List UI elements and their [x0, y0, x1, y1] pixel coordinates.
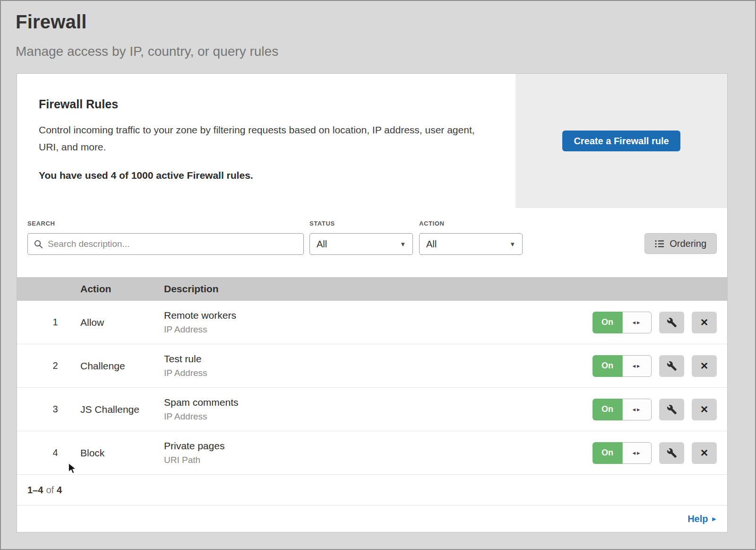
- status-label: STATUS: [309, 220, 413, 227]
- action-select-value: All: [426, 239, 437, 250]
- close-icon: ✕: [700, 317, 709, 328]
- chevron-down-icon: ▼: [400, 241, 406, 248]
- ordering-button-label: Ordering: [670, 238, 706, 249]
- toggle-on-label: On: [593, 355, 622, 377]
- rule-priority: 1: [17, 317, 80, 328]
- toggle-on-label: On: [593, 399, 622, 420]
- overview-action-panel: Create a Firewall rule: [515, 74, 727, 208]
- rule-enabled-toggle[interactable]: On ◂▸: [593, 312, 652, 333]
- rule-description-cell: Spam comments IP Address: [164, 397, 593, 422]
- card-footer: Help ▸: [17, 506, 727, 532]
- edit-rule-button[interactable]: [659, 312, 684, 333]
- table-row: 1 Allow Remote workers IP Address On ◂▸ …: [17, 301, 727, 344]
- edit-rule-button[interactable]: [659, 442, 684, 464]
- rule-priority: 3: [17, 404, 80, 415]
- delete-rule-button[interactable]: ✕: [692, 442, 717, 464]
- wrench-icon: [667, 404, 677, 415]
- close-icon: ✕: [700, 447, 709, 459]
- rule-priority: 4: [17, 447, 80, 458]
- rule-match-type: URI Path: [164, 455, 593, 465]
- wrench-icon: [667, 317, 677, 328]
- chevron-right-icon: ▸: [712, 515, 716, 523]
- search-label: SEARCH: [27, 220, 304, 227]
- delete-rule-button[interactable]: ✕: [692, 399, 717, 420]
- rule-controls: On ◂▸ ✕: [593, 355, 717, 377]
- overview-usage-note: You have used 4 of 1000 active Firewall …: [39, 170, 487, 181]
- table-header: Action Description: [17, 277, 727, 301]
- action-filter-group: ACTION All ▼: [419, 220, 523, 255]
- rule-controls: On ◂▸ ✕: [593, 399, 717, 420]
- status-filter-group: STATUS All ▼: [309, 220, 413, 255]
- help-link-label: Help: [687, 514, 708, 524]
- table-row: 3 JS Challenge Spam comments IP Address …: [17, 388, 727, 431]
- rule-enabled-toggle[interactable]: On ◂▸: [593, 355, 652, 377]
- search-filter-group: SEARCH: [27, 220, 304, 255]
- status-select[interactable]: All ▼: [309, 233, 413, 255]
- chevron-down-icon: ▼: [509, 241, 515, 248]
- search-icon: [34, 240, 43, 249]
- page-title: Firewall: [16, 11, 755, 33]
- search-input[interactable]: [48, 239, 297, 249]
- firewall-rules-card: Firewall Rules Control incoming traffic …: [17, 73, 728, 533]
- toggle-on-label: On: [593, 312, 622, 333]
- table-row: 2 Challenge Test rule IP Address On ◂▸ ✕: [17, 344, 727, 388]
- rule-match-type: IP Address: [164, 411, 593, 422]
- page-subtitle: Manage access by IP, country, or query r…: [16, 44, 755, 59]
- table-row: 4 Block Private pages URI Path On ◂▸ ✕: [17, 431, 727, 475]
- rule-description: Remote workers: [164, 310, 593, 321]
- toggle-on-label: On: [593, 442, 622, 464]
- rule-controls: On ◂▸ ✕: [593, 312, 717, 333]
- edit-rule-button[interactable]: [659, 355, 684, 377]
- rule-description: Test rule: [164, 353, 593, 365]
- search-box[interactable]: [27, 233, 304, 255]
- wrench-icon: [667, 361, 677, 371]
- pagination: 1–4 of 4: [17, 475, 727, 506]
- rule-priority: 2: [17, 360, 80, 371]
- page-header: Firewall Manage access by IP, country, o…: [1, 1, 755, 59]
- overview-text: Firewall Rules Control incoming traffic …: [17, 74, 515, 208]
- column-header-action: Action: [80, 283, 164, 295]
- rule-description-cell: Test rule IP Address: [164, 353, 593, 378]
- toggle-knob-arrows-icon: ◂▸: [622, 399, 652, 420]
- create-firewall-rule-button[interactable]: Create a Firewall rule: [562, 131, 680, 151]
- rule-action: Block: [80, 447, 164, 459]
- rule-enabled-toggle[interactable]: On ◂▸: [593, 399, 652, 420]
- rule-action: Challenge: [80, 360, 164, 372]
- overview-section: Firewall Rules Control incoming traffic …: [17, 74, 727, 208]
- rule-action: Allow: [80, 317, 164, 328]
- ordering-button[interactable]: Ordering: [644, 233, 717, 254]
- edit-rule-button[interactable]: [659, 399, 684, 420]
- delete-rule-button[interactable]: ✕: [692, 312, 717, 333]
- rule-match-type: IP Address: [164, 324, 593, 335]
- rule-action: JS Challenge: [80, 404, 164, 415]
- rule-match-type: IP Address: [164, 368, 593, 378]
- toggle-knob-arrows-icon: ◂▸: [622, 442, 652, 464]
- pagination-of: of: [46, 485, 54, 496]
- pagination-range: 1–4: [27, 485, 43, 496]
- action-select[interactable]: All ▼: [419, 233, 523, 255]
- firewall-page: Firewall Manage access by IP, country, o…: [0, 0, 756, 550]
- rule-description: Spam comments: [164, 397, 593, 408]
- toggle-knob-arrows-icon: ◂▸: [622, 312, 652, 333]
- close-icon: ✕: [700, 404, 709, 415]
- rule-controls: On ◂▸ ✕: [593, 442, 717, 464]
- pagination-total: 4: [57, 485, 62, 496]
- column-header-description: Description: [164, 283, 727, 295]
- status-select-value: All: [317, 239, 327, 250]
- close-icon: ✕: [700, 360, 709, 372]
- delete-rule-button[interactable]: ✕: [692, 355, 717, 377]
- overview-heading: Firewall Rules: [39, 97, 487, 111]
- rule-enabled-toggle[interactable]: On ◂▸: [593, 442, 652, 464]
- wrench-icon: [667, 448, 677, 458]
- action-label: ACTION: [419, 220, 523, 227]
- rule-description-cell: Remote workers IP Address: [164, 310, 593, 335]
- help-link[interactable]: Help ▸: [687, 514, 716, 524]
- toggle-knob-arrows-icon: ◂▸: [622, 355, 652, 377]
- filters-bar: SEARCH STATUS All ▼ ACTION: [17, 208, 727, 277]
- ordering-list-icon: [655, 240, 664, 248]
- rule-description: Private pages: [164, 440, 593, 452]
- overview-description: Control incoming traffic to your zone by…: [39, 122, 485, 156]
- rule-description-cell: Private pages URI Path: [164, 440, 593, 465]
